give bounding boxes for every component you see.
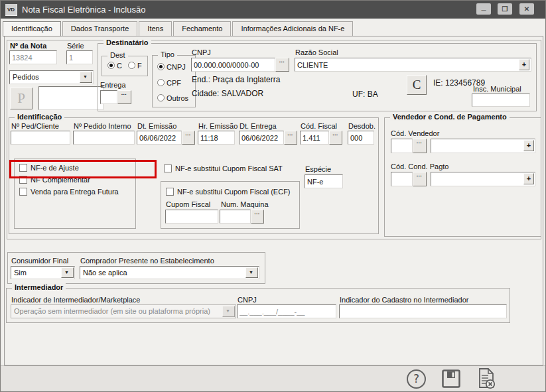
dest-f-label: F [137,62,142,70]
highlight-red-box [9,160,157,178]
tab-itens[interactable]: Itens [139,21,172,36]
cupom-fiscal-label: Cupom Fiscal [166,200,210,208]
comprador-presente-select[interactable]: Não se aplica [80,266,259,279]
nfe-substitui-sat-checkbox[interactable] [164,164,172,172]
nota-label: Nº da Nota [10,42,46,50]
comprador-presente-value: Não se aplica [83,269,127,277]
pedido-interno-label: Nº Pedido Interno [74,122,131,130]
cond-pagto-add-button[interactable] [523,173,534,184]
hr-emissao-label: Hr. Emissão [198,122,238,130]
dest-f-radio[interactable] [128,62,135,69]
tab-identificacao[interactable]: Identificação [3,21,61,36]
uf-text: UF: BA [352,90,378,99]
cod-fiscal-input[interactable] [300,131,329,145]
num-maquina-input[interactable] [220,210,251,224]
save-button[interactable] [441,369,461,390]
chevron-down-icon[interactable] [80,72,92,83]
chevron-down-icon[interactable] [61,267,74,278]
insc-municipal-label: Insc. Municipal [473,85,521,93]
cod-cond-pagto-input[interactable] [391,172,413,186]
especie-input[interactable] [305,174,343,188]
c-button[interactable]: C [407,75,427,95]
help-icon: ? [413,372,419,385]
dt-emissao-lookup-button[interactable] [182,131,195,145]
pedido-display-box [38,86,103,110]
venda-entrega-futura-label: Venda para Entrega Futura [31,188,119,196]
vendedor-add-button[interactable] [523,140,534,151]
dt-emissao-input[interactable] [137,131,182,145]
title-bar[interactable]: VD Nota Fiscal Eletrônica - Inclusão ─ ❐… [1,1,545,19]
nfe-substitui-sat-label: NF-e substitui Cupom Fiscal SAT [175,164,283,172]
window-title: Nota Fiscal Eletrônica - Inclusão [22,5,145,15]
desdob-input[interactable] [348,131,374,145]
num-maquina-lookup-button[interactable] [251,210,264,224]
nfe-inclusao-window: VD Nota Fiscal Eletrônica - Inclusão ─ ❐… [0,0,546,392]
cidade-text: Cidade: SALVADOR [192,89,263,98]
cond-pagto-nome-input[interactable] [431,172,535,186]
hr-emissao-input[interactable] [198,131,235,145]
cnpj-lookup-button[interactable] [275,58,289,72]
help-button[interactable]: ? [407,369,426,389]
minimize-button[interactable]: ─ [476,3,491,15]
venda-entrega-futura-checkbox[interactable] [19,188,27,196]
razao-social-add-button[interactable] [519,59,529,70]
indicador-intermediador-value: Operação sem intermediador (em site ou p… [14,307,210,315]
cancel-note-icon [477,367,496,390]
consumidor-final-select[interactable]: Sim [11,266,75,279]
cod-cond-pagto-lookup-button[interactable] [413,172,427,186]
tipo-cnpj-radio[interactable] [157,63,165,70]
maximize-icon: ❐ [498,3,512,15]
ped-cliente-label: Nº Ped/Cliente [11,122,59,130]
cadastro-intermediador-label: Indicador do Cadastro no Intermediador [340,296,468,304]
tipo-cpf-radio[interactable] [157,79,165,86]
tipo-outros-label: Outros [167,94,188,102]
close-button[interactable]: ✕ [519,3,534,15]
identificacao-title: Identificação [15,113,64,121]
intermediador-cnpj-label: CNPJ [238,296,257,304]
pedido-interno-input[interactable] [73,131,135,145]
indicador-intermediador-select: Operação sem intermediador (em site ou p… [11,304,236,318]
ped-cliente-input[interactable] [11,131,70,145]
cod-cond-pagto-label: Cód. Cond. Pagto [391,163,448,170]
dt-entrega-label: Dt. Entrega [239,122,277,130]
vendedor-nome-input[interactable] [431,139,535,153]
dt-entrega-input[interactable] [239,131,284,145]
dest-title: Dest [107,51,128,59]
nota-input[interactable] [9,50,57,64]
cod-vendedor-input[interactable] [391,139,413,153]
cadastro-intermediador-input[interactable] [339,304,507,318]
dest-c-radio[interactable] [107,62,115,69]
dt-entrega-lookup-button[interactable] [284,131,297,145]
tipo-cnpj-label: CNPJ [167,63,186,71]
razao-social-label: Razão Social [295,48,338,56]
insc-municipal-input[interactable] [472,94,530,107]
cnpj-label: CNPJ [192,48,211,56]
chevron-down-icon[interactable] [245,267,258,278]
app-icon: VD [5,4,17,16]
entrega-label: Entrega [100,81,126,89]
cupom-fiscal-input[interactable] [165,210,218,224]
nfe-substitui-ecf-checkbox[interactable] [166,188,174,196]
tab-fechamento[interactable]: Fechamento [173,21,231,36]
consumidor-final-label: Consumidor Final [11,257,68,265]
num-maquina-label: Num. Maquina [221,200,269,208]
serie-input[interactable] [66,50,93,64]
p-button[interactable]: P [10,88,33,109]
entrega-input[interactable] [100,90,117,104]
intermediador-title: Intermediador [12,283,66,291]
cod-fiscal-lookup-button[interactable] [329,131,342,145]
cancel-note-button[interactable] [477,367,496,391]
cod-vendedor-label: Cód. Vendedor [391,129,439,137]
endereco-text: End.: Praça da Inglaterra [192,75,280,84]
entrega-lookup-button[interactable] [117,90,131,104]
especie-label: Espécie [305,165,331,173]
pedidos-select[interactable]: Pedidos [9,70,94,84]
cnpj-input[interactable] [191,58,275,72]
maximize-button[interactable]: ❐ [498,3,512,15]
intermediador-cnpj-input[interactable] [237,304,336,318]
tab-informacoes-adicionais[interactable]: Informações Adicionais da NF-e [232,21,353,36]
tab-dados-transporte[interactable]: Dados Transporte [62,21,137,36]
razao-social-input[interactable] [295,58,531,72]
cod-vendedor-lookup-button[interactable] [413,139,427,153]
tipo-outros-radio[interactable] [157,94,165,101]
